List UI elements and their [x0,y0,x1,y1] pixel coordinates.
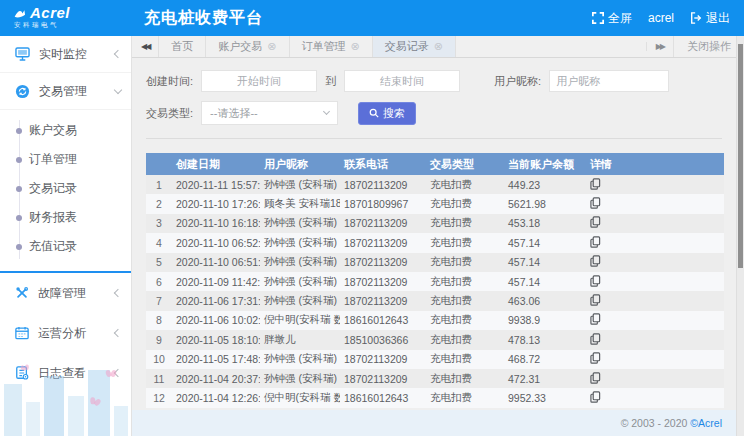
scroll-tabs-right-icon[interactable]: ▶▶ [646,42,673,51]
row-balance: 453.18 [504,214,586,233]
table-row: 92020-11-05 18:10:13胖墩儿18510036366充电扣费47… [146,330,724,349]
sidebar-item-order-mgmt[interactable]: 订单管理 [0,145,131,174]
row-index: 12 [146,388,172,407]
row-type: 充电扣费 [426,291,504,310]
content-panel: 创建时间: 到 用户昵称: 交易类型: --请选择-- 搜索 [132,58,736,410]
brand-logo[interactable]: Acrel 安科瑞电气 [0,6,132,30]
start-time-input[interactable] [201,70,317,92]
col-type: 交易类型 [426,153,504,175]
row-create-date: 2020-11-10 06:51:44 [172,253,260,272]
footer-brand-link[interactable]: ©Acrel [690,417,722,429]
table-row: 32020-11-10 16:18:58孙钟强 (安科瑞)18702113209… [146,214,724,233]
tab-account-trade[interactable]: 账户交易 ⊗ [206,36,289,57]
sidebar-item-log-view[interactable]: 日志查看 [0,353,131,393]
end-time-input[interactable] [344,70,460,92]
row-detail [586,253,724,272]
detail-button[interactable] [590,255,601,267]
detail-button[interactable] [590,333,601,345]
detail-copy-icon [590,313,601,325]
row-nickname: 孙钟强 (安科瑞) [260,214,340,233]
detail-button[interactable] [590,372,601,384]
row-phone: 18701809967 [340,194,426,213]
row-type: 充电扣费 [426,311,504,330]
chevron-left-icon [114,289,122,297]
detail-copy-icon [590,372,601,384]
table-row: 22020-11-10 17:26:11顾冬美 安科瑞1870180187018… [146,194,724,213]
detail-button[interactable] [590,352,601,364]
detail-button[interactable] [590,236,601,248]
close-tab-icon[interactable]: ⊗ [434,41,443,52]
vertical-scrollbar[interactable] [736,36,744,436]
scroll-tabs-left-icon[interactable]: ◀◀ [132,36,159,57]
chevron-down-icon [323,108,330,115]
bullet-icon [16,244,22,250]
row-nickname: 倪中明(安科瑞 数据部)1 [260,388,340,407]
close-tab-icon[interactable]: ⊗ [351,41,360,52]
detail-button[interactable] [590,178,601,190]
detail-copy-icon [590,255,601,267]
table-row: 42020-11-10 06:52:59孙钟强 (安科瑞)18702113209… [146,233,724,252]
row-index: 8 [146,311,172,330]
detail-button[interactable] [590,197,601,209]
logo-swoosh-icon [14,8,27,19]
detail-button[interactable] [590,275,601,287]
row-balance: 478.13 [504,330,586,349]
sidebar-item-recharge-record[interactable]: 充值记录 [0,232,131,261]
sidebar-item-transaction-mgmt[interactable]: 交易管理 [0,73,131,110]
sidebar-item-transaction-record[interactable]: 交易记录 [0,174,131,203]
row-detail [586,330,724,349]
scrollbar-thumb[interactable] [738,44,743,268]
fullscreen-icon [592,12,604,24]
row-index: 3 [146,214,172,233]
row-detail [586,194,724,213]
close-tab-icon[interactable]: ⊗ [267,41,276,52]
row-detail [586,214,724,233]
search-button[interactable]: 搜索 [358,102,416,125]
tab-order-mgmt[interactable]: 订单管理 ⊗ [290,36,373,57]
bullet-icon [16,157,22,163]
fullscreen-button[interactable]: 全屏 [592,10,632,27]
detail-copy-icon [590,275,601,287]
transaction-type-label: 交易类型: [146,106,193,121]
row-type: 充电扣费 [426,330,504,349]
detail-button[interactable] [590,216,601,228]
col-nickname: 用户昵称 [260,153,340,175]
table-row: 112020-11-04 20:37:02孙钟强 (安科瑞)1870211320… [146,369,724,388]
main-area: ◀◀ 首页 账户交易 ⊗ 订单管理 ⊗ 交易记录 ⊗ ▶▶ 关闭操作 [132,36,744,436]
row-phone: 18702113209 [340,272,426,291]
sidebar-item-fault-mgmt[interactable]: 故障管理 [0,273,131,313]
col-balance: 当前账户余额 [504,153,586,175]
row-index: 5 [146,253,172,272]
bullet-icon [16,215,22,221]
row-index: 6 [146,272,172,291]
tab-bar: ◀◀ 首页 账户交易 ⊗ 订单管理 ⊗ 交易记录 ⊗ ▶▶ 关闭操作 [132,36,744,58]
sidebar-item-finance-report[interactable]: 财务报表 [0,203,131,232]
sidebar-item-account-trade[interactable]: 账户交易 [0,116,131,145]
row-phone: 18702113209 [340,233,426,252]
detail-button[interactable] [590,294,601,306]
tab-home[interactable]: 首页 [159,36,206,57]
transaction-type-select[interactable]: --请选择-- [201,101,338,125]
logout-button[interactable]: 退出 [690,10,730,27]
row-detail [586,388,724,407]
row-create-date: 2020-11-11 15:57:23 [172,175,260,194]
bullet-icon [16,128,22,134]
transaction-submenu: 账户交易 订单管理 交易记录 财务报表 充值记录 [0,110,131,273]
table-row: 12020-11-11 15:57:23孙钟强 (安科瑞)18702113209… [146,175,724,194]
sidebar-item-operation-analysis[interactable]: 运营分析 [0,313,131,353]
detail-button[interactable] [590,313,601,325]
tab-transaction-record[interactable]: 交易记录 ⊗ [373,36,456,57]
row-balance: 5621.98 [504,194,586,213]
close-operations-menu[interactable]: 关闭操作 [673,36,744,57]
sidebar-item-realtime-monitor[interactable]: 实时监控 [0,36,131,73]
row-balance: 457.14 [504,233,586,252]
row-type: 充电扣费 [426,194,504,213]
username[interactable]: acrel [648,11,674,25]
row-create-date: 2020-11-10 17:26:11 [172,194,260,213]
top-header: Acrel 安科瑞电气 充电桩收费平台 全屏 acrel 退出 [0,0,744,36]
detail-button[interactable] [590,391,601,403]
nickname-input[interactable] [549,70,669,92]
row-type: 充电扣费 [426,253,504,272]
logout-icon [690,12,702,24]
table-row: 62020-11-09 11:42:24孙钟强 (安科瑞)18702113209… [146,272,724,291]
